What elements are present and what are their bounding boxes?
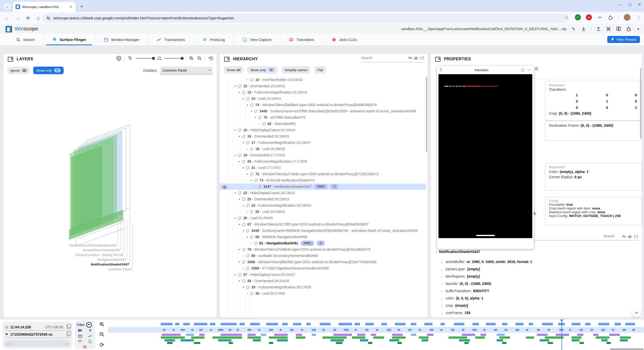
trace-entry-segment[interactable]	[454, 323, 465, 325]
view-capture-trace-icon[interactable]	[88, 340, 92, 343]
trace-entry-segment[interactable]	[411, 334, 416, 336]
back-icon[interactable]: ←	[4, 15, 11, 22]
forward-icon[interactable]: →	[14, 15, 21, 22]
window-minimize-icon[interactable]: —	[618, 3, 622, 7]
tab-search[interactable]: Search	[8, 34, 43, 45]
timeline-zoom-out-icon[interactable]	[99, 332, 105, 337]
window-manager-trace-icon[interactable]	[78, 334, 82, 338]
upload-icon[interactable]	[596, 26, 601, 32]
hierarchy-tree-row[interactable]: ▾19 - OneHanded:17:17#19	[220, 152, 426, 158]
trace-entry-segment[interactable]	[365, 323, 374, 325]
expand-arrow-icon[interactable]: ▾	[436, 250, 437, 253]
address-bar[interactable]: winscope.teams.x20web.corp.google.com/pr…	[42, 14, 569, 23]
layer-label[interactable]: Common Panel	[108, 267, 132, 271]
trace-entry-segment[interactable]	[395, 323, 406, 325]
whole-word-icon[interactable]: ab	[414, 56, 418, 60]
property-row[interactable]: ●crop:{empty}	[436, 302, 639, 310]
expand-arrow-icon[interactable]: ▾	[243, 165, 246, 171]
regex-icon[interactable]: (.*)	[634, 235, 638, 238]
scrollbar-thumb[interactable]	[640, 68, 641, 139]
hierarchy-tree-row[interactable]: ●18 - Leaf:16:16#18	[220, 146, 426, 152]
match-case-icon[interactable]: Aa	[622, 235, 626, 238]
layer-label-selected[interactable]: NotificationShade#3447	[91, 262, 129, 266]
trace-entry-segment[interactable]	[274, 334, 288, 336]
extension-ff-icon[interactable]: »	[586, 14, 592, 20]
surface-flinger-trace-icon[interactable]	[88, 329, 92, 333]
trace-entry-segment[interactable]	[306, 323, 311, 325]
whole-word-icon[interactable]: ab	[628, 235, 631, 238]
expand-arrow-icon[interactable]: ▾	[239, 89, 242, 96]
trace-entry-segment[interactable]	[609, 334, 620, 336]
hierarchy-tree-row[interactable]: ▾73 - 8736138 NotificationShade#73	[220, 177, 426, 184]
spacing-slider-knob[interactable]	[181, 57, 184, 60]
trace-entry-segment[interactable]	[194, 342, 200, 344]
timeline-track-transactions[interactable]	[108, 334, 644, 336]
hierarchy-tree-row[interactable]: ▾14 - Leaf:15:15#14	[220, 96, 426, 102]
trace-entry-segment[interactable]	[186, 334, 194, 336]
trace-entry-segment[interactable]	[449, 336, 467, 339]
hierarchy-tree-row[interactable]: ▾16 - OneHanded:16:16#16	[220, 133, 426, 140]
trace-entry-segment[interactable]	[537, 334, 548, 336]
trace-entry-segment[interactable]	[620, 339, 628, 341]
expand-arrow-icon[interactable]: ▾	[243, 284, 246, 290]
expand-timeline-button[interactable]	[632, 308, 641, 317]
trace-entry-segment[interactable]	[282, 323, 288, 325]
property-row[interactable]: ●activeBuffer:w: 1080, h: 2400, stride: …	[436, 258, 639, 266]
expand-arrow-icon[interactable]: ▾	[235, 152, 238, 158]
tab-jank-cujs[interactable]: Jank CUJs	[323, 34, 365, 45]
hierarchy-tree-row[interactable]: ▾17 - FullscreenMagnification:16:16#17	[220, 140, 426, 146]
timeline-track-transitions[interactable]	[108, 342, 644, 344]
trace-entry-segment[interactable]	[607, 342, 611, 344]
layer-label[interactable]: ScreenDecorOverlay#60	[83, 248, 120, 252]
displays-select[interactable]: Displays: Common Panel ▾	[143, 67, 213, 74]
expand-arrow-icon[interactable]: ▾	[235, 83, 238, 89]
browser-menu-icon[interactable]: ⋮	[636, 14, 642, 20]
timeline-selection-band[interactable]	[108, 327, 644, 333]
trace-entry-segment[interactable]	[320, 323, 331, 325]
hierarchy-tree-row[interactable]: ▾75 - ed70f88 StatusBar#75	[220, 114, 426, 121]
hierarchy-tree-row-selected[interactable]: ●3447 - NotificationShade#3447HWCV	[220, 184, 426, 190]
copy-icon[interactable]	[67, 332, 70, 336]
trace-entry-segment[interactable]	[526, 336, 534, 339]
expand-arrow-icon[interactable]: ▾	[255, 114, 258, 121]
collapse-panel-icon[interactable]	[8, 57, 13, 62]
timeline-canvas[interactable]	[108, 320, 644, 350]
timeline-zoom-in-icon[interactable]	[99, 322, 105, 327]
dark-mode-toggle-icon[interactable]: ◐	[636, 26, 641, 32]
trace-entry-segment[interactable]	[585, 323, 590, 325]
hierarchy-search[interactable]: Search Aa ab (.*)	[361, 56, 424, 60]
trace-entry-segment[interactable]	[502, 323, 507, 325]
property-row[interactable]: ●bufferTransform:IDENTITY	[436, 288, 639, 295]
expand-arrow-icon[interactable]: ▾	[251, 177, 254, 184]
expand-arrow-icon[interactable]: ▾	[235, 215, 238, 221]
tab-window-manager[interactable]: Window Manager	[95, 34, 148, 45]
trace-entry-segment[interactable]	[312, 334, 316, 336]
trace-entry-segment[interactable]	[336, 342, 342, 344]
trace-entry-segment[interactable]	[502, 342, 506, 344]
trace-entry-segment[interactable]	[497, 339, 503, 341]
timeline-track-protolog[interactable]	[108, 336, 644, 339]
trace-entry-segment[interactable]	[422, 339, 428, 341]
hierarchy-scrollbar[interactable]	[426, 77, 427, 317]
trace-entry-segment[interactable]	[542, 323, 553, 325]
zoom-in-icon[interactable]	[189, 56, 194, 61]
trace-entry-segment[interactable]	[486, 323, 496, 325]
trace-entry-segment[interactable]	[162, 334, 181, 336]
previous-frame-icon[interactable]: ‹	[8, 341, 9, 346]
transitions-trace-icon[interactable]	[83, 345, 87, 349]
trace-entry-segment[interactable]	[266, 323, 278, 325]
home-icon[interactable]: ⌂	[35, 15, 42, 22]
property-row[interactable]: ●dataspace:BT709 sRGB Full range	[436, 317, 639, 317]
human-time-field[interactable]: ◷ 11:04:14.228 UTC+00:00	[5, 324, 70, 331]
trace-entry-segment[interactable]	[427, 334, 433, 336]
spacing-icon[interactable]	[157, 56, 162, 61]
trace-entry-segment[interactable]	[161, 323, 173, 325]
hierarchy-tree-row[interactable]: ▾74 - WindowToken{fdddbe6 type=2000 andr…	[220, 102, 426, 108]
trace-entry-segment[interactable]	[339, 323, 352, 325]
trace-entry-segment[interactable]	[545, 336, 564, 339]
collapse-panel-icon[interactable]	[224, 57, 229, 62]
reset-view-history-icon[interactable]	[208, 56, 213, 61]
expand-arrow-icon[interactable]: ▾	[243, 96, 246, 102]
trace-entry-segment[interactable]	[248, 334, 256, 336]
trace-entry-segment[interactable]	[248, 336, 261, 339]
